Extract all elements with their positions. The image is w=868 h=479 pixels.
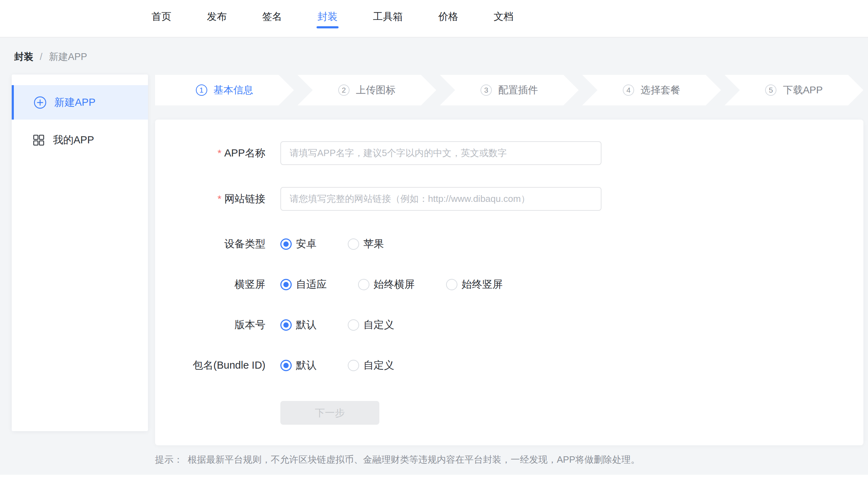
step-5-number-badge: 5 <box>765 84 776 96</box>
bundle-id-label: 包名(Bundle ID) <box>155 358 265 373</box>
version-radio-group: 默认 自定义 <box>280 318 394 332</box>
nav-items: 首页 发布 签名 封装 工具箱 价格 文档 <box>152 0 513 33</box>
nav-item-publish[interactable]: 发布 <box>207 0 227 33</box>
radio-ios-label: 苹果 <box>363 237 384 251</box>
radio-version-custom[interactable]: 自定义 <box>348 318 394 332</box>
site-url-label: *网站链接 <box>155 192 265 206</box>
required-marker: * <box>218 148 221 159</box>
nav-item-package-label: 封装 <box>318 10 337 23</box>
radio-adaptive[interactable]: 自适应 <box>280 277 327 292</box>
radio-always-landscape-label: 始终横屏 <box>374 277 415 292</box>
nav-item-package[interactable]: 封装 <box>318 0 337 33</box>
app-name-label: *APP名称 <box>155 146 265 160</box>
step-4-select-plan: 4 选择套餐 <box>582 75 721 105</box>
radio-always-landscape[interactable]: 始终横屏 <box>358 277 415 292</box>
sidebar-item-my-app-label: 我的APP <box>53 133 94 147</box>
step-2-label: 上传图标 <box>356 83 396 97</box>
radio-version-default-label: 默认 <box>296 318 317 332</box>
radio-selected-icon <box>280 238 292 250</box>
sidebar: 新建APP 我的APP <box>12 75 148 431</box>
sidebar-item-new-app[interactable]: 新建APP <box>12 85 148 120</box>
sidebar-item-my-app[interactable]: 我的APP <box>12 127 148 153</box>
form-row-app-name: *APP名称 <box>155 141 601 165</box>
radio-version-custom-label: 自定义 <box>363 318 394 332</box>
app-name-input[interactable] <box>280 141 601 165</box>
breadcrumb: 封装 / 新建APP <box>14 50 87 63</box>
nav-item-home[interactable]: 首页 <box>152 0 171 33</box>
step-1-number-badge: 1 <box>196 84 207 96</box>
breadcrumb-item-new-app: 新建APP <box>49 50 87 63</box>
radio-always-portrait-label: 始终竖屏 <box>462 277 503 292</box>
radio-unselected-icon <box>348 319 359 331</box>
form-row-version: 版本号 默认 自定义 <box>155 318 394 332</box>
plus-circle-icon <box>34 96 46 109</box>
site-url-input[interactable] <box>280 187 601 211</box>
radio-bundle-custom[interactable]: 自定义 <box>348 358 394 373</box>
orientation-radio-group: 自适应 始终横屏 始终竖屏 <box>280 277 503 292</box>
radio-bundle-custom-label: 自定义 <box>363 358 394 373</box>
device-type-radio-group: 安卓 苹果 <box>280 237 384 251</box>
version-label: 版本号 <box>155 318 265 332</box>
grid-icon <box>32 134 45 147</box>
step-wizard: 1 基本信息 2 上传图标 3 配置插件 4 选择套餐 5 下载APP <box>155 75 863 105</box>
step-1-basic-info: 1 基本信息 <box>155 75 294 105</box>
step-2-number-badge: 2 <box>338 84 350 96</box>
required-marker: * <box>218 193 221 204</box>
hint-prefix: 提示： <box>155 454 183 465</box>
nav-item-sign[interactable]: 签名 <box>262 0 282 33</box>
device-type-label: 设备类型 <box>155 237 265 251</box>
radio-ios[interactable]: 苹果 <box>348 237 384 251</box>
basic-info-form: *APP名称 *网站链接 设备类型 安卓 苹果 横竖屏 <box>155 120 863 445</box>
radio-unselected-icon <box>358 279 369 290</box>
bottom-strip <box>0 475 868 479</box>
radio-version-default[interactable]: 默认 <box>280 318 317 332</box>
radio-unselected-icon <box>348 360 359 371</box>
step-2-upload-icon: 2 上传图标 <box>297 75 436 105</box>
radio-android[interactable]: 安卓 <box>280 237 317 251</box>
step-5-label: 下载APP <box>783 83 823 97</box>
form-row-orientation: 横竖屏 自适应 始终横屏 始终竖屏 <box>155 277 503 292</box>
step-3-number-badge: 3 <box>480 84 492 96</box>
breadcrumb-item-package[interactable]: 封装 <box>14 50 33 63</box>
form-row-bundle-id: 包名(Bundle ID) 默认 自定义 <box>155 358 394 373</box>
radio-bundle-default[interactable]: 默认 <box>280 358 317 373</box>
form-row-device-type: 设备类型 安卓 苹果 <box>155 237 384 251</box>
bundle-id-radio-group: 默认 自定义 <box>280 358 394 373</box>
radio-unselected-icon <box>348 238 359 250</box>
radio-adaptive-label: 自适应 <box>296 277 327 292</box>
nav-item-docs[interactable]: 文档 <box>494 0 513 33</box>
step-5-download-app: 5 下载APP <box>725 75 863 105</box>
hint-text: 根据最新平台规则，不允许区块链虚拟币、金融理财类等违规内容在平台封装，一经发现，… <box>188 454 640 465</box>
radio-selected-icon <box>280 360 292 371</box>
radio-selected-icon <box>280 279 292 290</box>
breadcrumb-separator: / <box>40 51 43 62</box>
active-tab-underline <box>317 26 339 28</box>
radio-bundle-default-label: 默认 <box>296 358 317 373</box>
step-1-label: 基本信息 <box>214 83 253 97</box>
radio-unselected-icon <box>446 279 457 290</box>
radio-selected-icon <box>280 319 292 331</box>
top-navigation: 首页 发布 签名 封装 工具箱 价格 文档 <box>0 0 868 38</box>
step-4-label: 选择套餐 <box>641 83 680 97</box>
nav-item-toolbox[interactable]: 工具箱 <box>373 0 403 33</box>
step-4-number-badge: 4 <box>623 84 634 96</box>
orientation-label: 横竖屏 <box>155 277 265 292</box>
radio-android-label: 安卓 <box>296 237 317 251</box>
nav-item-price[interactable]: 价格 <box>438 0 458 33</box>
step-3-configure-plugin: 3 配置插件 <box>440 75 578 105</box>
sidebar-item-new-app-label: 新建APP <box>54 95 95 110</box>
step-3-label: 配置插件 <box>498 83 538 97</box>
form-row-site-url: *网站链接 <box>155 187 601 211</box>
radio-always-portrait[interactable]: 始终竖屏 <box>446 277 503 292</box>
platform-rule-hint: 提示：根据最新平台规则，不允许区块链虚拟币、金融理财类等违规内容在平台封装，一经… <box>155 453 640 466</box>
next-step-button[interactable]: 下一步 <box>280 401 379 425</box>
